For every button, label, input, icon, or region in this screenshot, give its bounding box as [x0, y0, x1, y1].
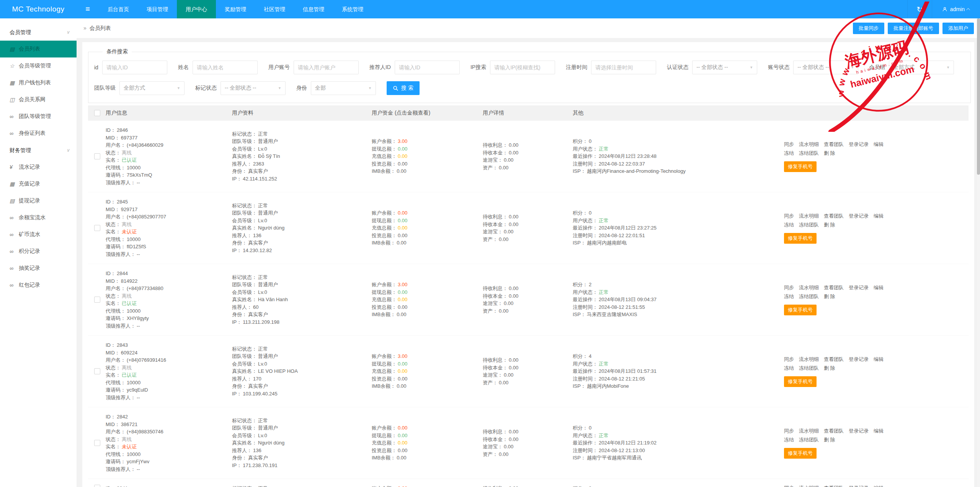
- fix-phone-button[interactable]: 修复手机号: [784, 376, 817, 387]
- sync-link[interactable]: 同步: [784, 213, 794, 219]
- sidebar-item-会员关系网[interactable]: ◫会员关系网: [0, 91, 77, 108]
- view-team-link[interactable]: 查看团队: [824, 141, 844, 147]
- sync-link[interactable]: 同步: [784, 141, 794, 147]
- sync-link[interactable]: 同步: [784, 428, 794, 434]
- freeze-team-link[interactable]: 冻结团队: [799, 222, 819, 228]
- referrer-id-input[interactable]: [395, 61, 460, 74]
- sidebar-item-提现记录[interactable]: ▤提现记录: [0, 192, 77, 209]
- select-all-checkbox[interactable]: [94, 110, 100, 116]
- sidebar-item-抽奖记录[interactable]: ∞抽奖记录: [0, 260, 77, 277]
- add-user-button[interactable]: 添加用户: [942, 23, 974, 34]
- flow-detail-link[interactable]: 流水明细: [799, 356, 819, 362]
- fix-phone-button[interactable]: 修复手机号: [784, 233, 817, 244]
- login-record-link[interactable]: 登录记录: [849, 213, 869, 219]
- delete-link[interactable]: 删 除: [824, 222, 835, 228]
- login-record-link[interactable]: 登录记录: [849, 356, 869, 362]
- row-checkbox[interactable]: [94, 297, 100, 303]
- sidebar-item-红包记录[interactable]: ∞红包记录: [0, 277, 77, 294]
- delete-link[interactable]: 删 除: [824, 365, 835, 371]
- row-checkbox[interactable]: [94, 225, 100, 231]
- sync-link[interactable]: 同步: [784, 356, 794, 362]
- sidebar-group-会员管理[interactable]: 会员管理∨: [0, 24, 77, 41]
- sidebar-item-矿币流水[interactable]: ∞矿币流水: [0, 226, 77, 243]
- mark-status-select[interactable]: -- 全部状态 --▼: [220, 81, 286, 95]
- freeze-link[interactable]: 冻结: [784, 437, 794, 443]
- delete-link[interactable]: 删 除: [824, 437, 835, 443]
- user-menu[interactable]: admin: [932, 0, 980, 18]
- nav-item-社区管理[interactable]: 社区管理: [255, 0, 294, 18]
- nav-item-信息管理[interactable]: 信息管理: [294, 0, 333, 18]
- sidebar-item-充值记录[interactable]: ▦充值记录: [0, 175, 77, 192]
- sidebar-item-积分记录[interactable]: ∞积分记录: [0, 243, 77, 260]
- freeze-link[interactable]: 冻结: [784, 150, 794, 156]
- name-input[interactable]: [193, 61, 258, 74]
- freeze-team-link[interactable]: 冻结团队: [799, 150, 819, 156]
- vertical-scrollbar[interactable]: [977, 18, 980, 487]
- edit-link[interactable]: 编辑: [874, 141, 884, 147]
- sidebar-item-会员等级管理[interactable]: ☆会员等级管理: [0, 57, 77, 74]
- account-input[interactable]: [294, 61, 359, 74]
- refresh-icon[interactable]: ↻: [907, 0, 932, 18]
- brand-logo[interactable]: MC Technology: [0, 0, 77, 18]
- sync-link[interactable]: 同步: [784, 485, 794, 487]
- flow-detail-link[interactable]: 流水明细: [799, 213, 819, 219]
- login-record-link[interactable]: 登录记录: [849, 428, 869, 434]
- freeze-team-link[interactable]: 冻结团队: [799, 294, 819, 299]
- member-group-select[interactable]: 全部方式▼: [889, 61, 954, 74]
- delete-link[interactable]: 删 除: [824, 150, 835, 156]
- nav-item-后台首页[interactable]: 后台首页: [99, 0, 138, 18]
- view-team-link[interactable]: 查看团队: [824, 213, 844, 219]
- ip-input[interactable]: [490, 61, 555, 74]
- sidebar-item-流水记录[interactable]: ¥流水记录: [0, 159, 77, 175]
- flow-detail-link[interactable]: 流水明细: [799, 141, 819, 147]
- sidebar-item-余额宝流水[interactable]: ∞余额宝流水: [0, 209, 77, 226]
- reg-time-input[interactable]: [591, 61, 656, 74]
- fix-phone-button[interactable]: 修复手机号: [784, 161, 817, 172]
- row-checkbox[interactable]: [94, 153, 100, 159]
- edit-link[interactable]: 编辑: [874, 485, 884, 487]
- sidebar-item-用户钱包列表[interactable]: ▦用户钱包列表: [0, 74, 77, 91]
- login-record-link[interactable]: 登录记录: [849, 285, 869, 290]
- nav-item-用户中心[interactable]: 用户中心: [177, 0, 216, 18]
- flow-detail-link[interactable]: 流水明细: [799, 428, 819, 434]
- freeze-link[interactable]: 冻结: [784, 222, 794, 228]
- batch-register-internal-button[interactable]: 批量注册内部账号: [888, 23, 939, 34]
- id-input[interactable]: [102, 61, 167, 74]
- row-checkbox[interactable]: [94, 368, 100, 374]
- view-team-link[interactable]: 查看团队: [824, 428, 844, 434]
- edit-link[interactable]: 编辑: [874, 213, 884, 219]
- freeze-link[interactable]: 冻结: [784, 294, 794, 299]
- team-level-select[interactable]: 全部方式▼: [119, 81, 185, 95]
- view-team-link[interactable]: 查看团队: [824, 285, 844, 290]
- freeze-team-link[interactable]: 冻结团队: [799, 365, 819, 371]
- account-status-select[interactable]: -- 全部状态 --▼: [793, 61, 858, 74]
- row-checkbox[interactable]: [94, 440, 100, 446]
- flow-detail-link[interactable]: 流水明细: [799, 485, 819, 487]
- fix-phone-button[interactable]: 修复手机号: [784, 448, 817, 459]
- flow-detail-link[interactable]: 流水明细: [799, 285, 819, 290]
- nav-item-项目管理[interactable]: 项目管理: [138, 0, 177, 18]
- freeze-link[interactable]: 冻结: [784, 365, 794, 371]
- nav-item-系统管理[interactable]: 系统管理: [333, 0, 372, 18]
- sidebar-item-会员列表[interactable]: ▤会员列表: [0, 41, 77, 57]
- login-record-link[interactable]: 登录记录: [849, 485, 869, 487]
- edit-link[interactable]: 编辑: [874, 428, 884, 434]
- sync-link[interactable]: 同步: [784, 285, 794, 290]
- delete-link[interactable]: 删 除: [824, 294, 835, 299]
- row-checkbox[interactable]: [94, 485, 100, 487]
- fix-phone-button[interactable]: 修复手机号: [784, 305, 817, 315]
- edit-link[interactable]: 编辑: [874, 356, 884, 362]
- identity-select[interactable]: 全部▼: [311, 81, 376, 95]
- sidebar-item-团队等级管理[interactable]: ∞团队等级管理: [0, 108, 77, 125]
- search-button[interactable]: 搜 索: [387, 81, 420, 95]
- view-team-link[interactable]: 查看团队: [824, 356, 844, 362]
- menu-toggle-icon[interactable]: ≡: [77, 0, 99, 18]
- edit-link[interactable]: 编辑: [874, 285, 884, 290]
- freeze-team-link[interactable]: 冻结团队: [799, 437, 819, 443]
- login-record-link[interactable]: 登录记录: [849, 141, 869, 147]
- scrollbar-thumb[interactable]: [977, 18, 980, 175]
- nav-item-奖励管理[interactable]: 奖励管理: [216, 0, 255, 18]
- sidebar-item-身份证列表[interactable]: ∞身份证列表: [0, 125, 77, 142]
- view-team-link[interactable]: 查看团队: [824, 485, 844, 487]
- batch-sync-button[interactable]: 批量同步: [853, 23, 884, 34]
